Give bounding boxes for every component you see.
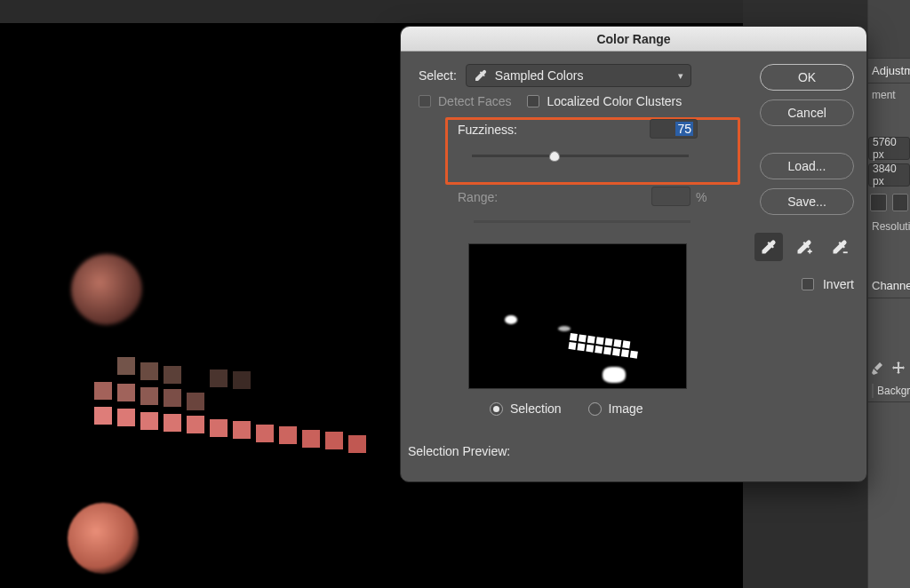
localized-clusters-checkbox[interactable]	[527, 95, 539, 107]
dialog-titlebar[interactable]: Color Range	[401, 27, 866, 52]
brush-icon[interactable]	[870, 361, 884, 375]
height-field[interactable]: 3840 px	[868, 163, 910, 187]
invert-label: Invert	[823, 277, 854, 291]
radio-image[interactable]	[588, 402, 602, 416]
eyedropper-subtract-tool[interactable]	[826, 233, 854, 261]
right-panel: Adjustments ment 5760 px 3840 px Resolut…	[867, 0, 910, 588]
eyedropper-icon	[474, 68, 488, 83]
dialog-title: Color Range	[596, 32, 670, 46]
detect-faces-checkbox	[419, 95, 431, 107]
ok-button[interactable]: OK	[760, 64, 854, 91]
save-button[interactable]: Save...	[760, 188, 854, 215]
color-range-dialog: Color Range Select: Sampled Colors ▾ Det…	[400, 26, 867, 482]
eyedropper-tool[interactable]	[754, 233, 783, 261]
fit-screen-icon[interactable]	[870, 194, 887, 211]
preview-blob-1	[505, 315, 517, 324]
panel-tab-channels[interactable]: Channels	[868, 274, 910, 298]
load-button[interactable]: Load...	[760, 153, 854, 179]
fuzziness-slider[interactable]	[472, 149, 689, 165]
move-tool-row	[868, 355, 910, 380]
fuzziness-input[interactable]: 75	[650, 119, 698, 139]
fuzziness-value: 75	[675, 122, 693, 136]
panel-text-ment: ment	[868, 83, 910, 107]
width-field[interactable]: 5760 px	[868, 137, 910, 160]
chevron-down-icon: ▾	[678, 70, 683, 82]
range-slider	[474, 215, 690, 224]
select-value: Sampled Colors	[495, 68, 584, 83]
eyedropper-add-tool[interactable]	[790, 233, 818, 261]
radio-selection[interactable]	[490, 402, 503, 416]
preview-blob-3	[558, 326, 571, 331]
select-label: Select:	[419, 68, 457, 83]
resolution-label: Resolution	[868, 215, 910, 238]
canvas-pink-blob-2	[68, 503, 139, 574]
fuzziness-label: Fuzziness:	[458, 123, 517, 137]
invert-checkbox[interactable]	[802, 278, 814, 290]
layer-row-background[interactable]: Background	[868, 380, 910, 402]
panel-tab-adjustments[interactable]: Adjustments	[868, 59, 910, 83]
detect-faces-label: Detect Faces	[438, 94, 511, 108]
selection-preview-label: Selection Preview:	[408, 444, 510, 458]
radio-selection-label: Selection	[510, 401, 562, 416]
panel-fit-icons	[868, 190, 910, 215]
localized-clusters-label: Localized Color Clusters	[547, 94, 682, 108]
move-icon[interactable]	[891, 361, 906, 375]
fit-width-icon[interactable]	[892, 194, 909, 211]
panel-brush-preview	[868, 0, 910, 59]
range-label: Range:	[458, 190, 498, 204]
canvas-toolbar-strip	[0, 0, 743, 23]
range-input	[651, 187, 690, 206]
preview-blob-2	[603, 367, 626, 383]
range-track	[474, 220, 690, 223]
cancel-button[interactable]: Cancel	[760, 99, 854, 126]
radio-image-label: Image	[609, 401, 643, 416]
canvas-pink-blob-1	[71, 254, 142, 325]
slider-thumb[interactable]	[549, 151, 560, 162]
slider-track	[472, 155, 689, 157]
select-dropdown[interactable]: Sampled Colors ▾	[466, 64, 691, 87]
layer-thumb	[872, 384, 874, 398]
layer-label: Background	[877, 385, 910, 397]
range-percent: %	[696, 190, 706, 204]
selection-preview[interactable]	[468, 243, 687, 389]
